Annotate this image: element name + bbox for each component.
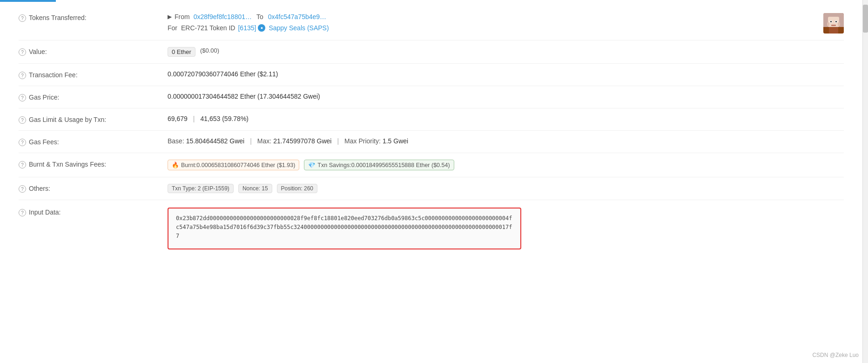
help-icon-gasprice[interactable]: ? — [19, 94, 26, 101]
nonce-label-text: Nonce: — [242, 185, 260, 192]
svg-rect-4 — [830, 21, 832, 22]
separator-2: | — [250, 137, 252, 145]
input-data-label: ? Input Data: — [19, 208, 168, 216]
svg-rect-10 — [829, 27, 838, 34]
separator-3: | — [337, 137, 339, 145]
separator-1: | — [193, 115, 195, 122]
burnt-fees-value: 🔥 Burnt: 0.000658310860774046 Ether ($1.… — [168, 160, 844, 170]
savings-label: Txn Savings: — [317, 162, 351, 168]
gas-price-label: ? Gas Price: — [19, 93, 168, 101]
max-priority-value: 1.5 Gwei — [383, 137, 408, 145]
token-transfer-details: ▶ From 0x28f9ef8fc18801… To 0x4fc547a75b… — [168, 13, 326, 20]
others-value: Txn Type: 2 (EIP-1559) Nonce: 15 Positio… — [168, 184, 844, 193]
main-content: ? Tokens Transferred: ▶ From 0x28f9ef8fc… — [0, 2, 862, 262]
help-icon-gasfees[interactable]: ? — [19, 139, 26, 146]
for-label: For — [168, 24, 177, 32]
token-circle-icon: ● — [258, 24, 265, 32]
position-value-text: 260 — [304, 185, 313, 192]
svg-rect-5 — [835, 21, 837, 22]
gas-fees-value: Base: 15.804644582 Gwei | Max: 21.745997… — [168, 137, 844, 145]
max-priority-label: Max Priority: — [344, 137, 381, 145]
savings-badge: 💎 Txn Savings: 0.000184995655515888 Ethe… — [304, 160, 454, 170]
burnt-badge: 🔥 Burnt: 0.000658310860774046 Ether ($1.… — [168, 160, 299, 170]
scrollbar[interactable] — [862, 0, 868, 363]
help-icon-value[interactable]: ? — [19, 48, 26, 56]
help-icon-gaslimit[interactable]: ? — [19, 116, 26, 124]
help-icon-tokens[interactable]: ? — [19, 14, 26, 22]
svg-rect-8 — [838, 22, 840, 26]
to-label: To — [256, 13, 263, 20]
help-icon-others[interactable]: ? — [19, 185, 26, 193]
gas-fees-row: ? Gas Fees: Base: 15.804644582 Gwei | Ma… — [19, 131, 844, 153]
input-data-value: 0x23b872dd000000000000000000000000028f9e… — [168, 208, 844, 249]
gas-price-row: ? Gas Price: 0.000000017304644582 Ether … — [19, 86, 844, 108]
token-for-row: For ERC-721 Token ID [6135] ● Sappy Seal… — [168, 24, 819, 32]
gas-limit-label: ? Gas Limit & Usage by Txn: — [19, 115, 168, 124]
help-icon-burnt[interactable]: ? — [19, 161, 26, 168]
burnt-label: Burnt: — [181, 162, 196, 168]
from-label: From — [175, 13, 190, 20]
burnt-value: 0.000658310860774046 Ether ($1.93) — [196, 162, 295, 168]
gas-fees-label: ? Gas Fees: — [19, 137, 168, 146]
max-label: Max: — [257, 137, 271, 145]
help-icon-inputdata[interactable]: ? — [19, 209, 26, 216]
usd-value: ($0.00) — [200, 47, 219, 54]
watermark: CSDN @Zeke Luo — [812, 352, 859, 358]
gas-limit-row: ? Gas Limit & Usage by Txn: 69,679 | 41,… — [19, 108, 844, 131]
page-container: ? Tokens Transferred: ▶ From 0x28f9ef8fc… — [0, 0, 868, 363]
ether-badge: 0 Ether — [168, 47, 195, 57]
token-name-link[interactable]: Sappy Seals (SAPS) — [269, 24, 329, 32]
others-label: ? Others: — [19, 184, 168, 193]
value-label: ? Value: — [19, 47, 168, 56]
burnt-fees-row: ? Burnt & Txn Savings Fees: 🔥 Burnt: 0.0… — [19, 153, 844, 177]
nft-svg — [823, 13, 844, 34]
transaction-fee-row: ? Transaction Fee: 0.000720790360774046 … — [19, 64, 844, 86]
token-id-link[interactable]: [6135] — [238, 24, 256, 32]
to-address-link[interactable]: 0x4fc547a75b4e9… — [268, 13, 326, 20]
others-row: ? Others: Txn Type: 2 (EIP-1559) Nonce: … — [19, 177, 844, 200]
base-label: Base: — [168, 137, 184, 145]
burnt-fees-label: ? Burnt & Txn Savings Fees: — [19, 160, 168, 168]
help-icon-txfee[interactable]: ? — [19, 72, 26, 79]
scrollbar-thumb[interactable] — [863, 5, 868, 33]
savings-value: 0.000184995655515888 Ether ($0.54) — [351, 162, 450, 168]
position-badge: Position: 260 — [277, 184, 317, 193]
position-label-text: Position: — [281, 185, 303, 192]
txn-type-label-text: Txn Type: — [172, 185, 196, 192]
svg-rect-7 — [827, 22, 829, 26]
savings-icon: 💎 — [308, 161, 316, 168]
value-content: 0 Ether ($0.00) — [168, 47, 844, 57]
tokens-transferred-label: ? Tokens Transferred: — [19, 13, 168, 22]
svg-rect-6 — [831, 25, 836, 26]
token-standard: ERC-721 Token ID — [181, 24, 235, 32]
nonce-badge: Nonce: 15 — [238, 184, 272, 193]
base-value: 15.804644582 Gwei — [186, 137, 244, 145]
txn-type-badge: Txn Type: 2 (EIP-1559) — [168, 184, 234, 193]
input-data-text: 0x23b872dd000000000000000000000000028f9e… — [176, 215, 512, 239]
input-data-box: 0x23b872dd000000000000000000000000028f9e… — [168, 208, 521, 249]
from-address-link[interactable]: 0x28f9ef8fc18801… — [194, 13, 252, 20]
fire-icon: 🔥 — [172, 161, 179, 168]
arrow-right-icon: ▶ — [168, 13, 172, 20]
txn-type-value-text: 2 (EIP-1559) — [198, 185, 229, 192]
gas-price-value: 0.000000017304644582 Ether (17.304644582… — [168, 93, 844, 100]
value-row: ? Value: 0 Ether ($0.00) — [19, 40, 844, 64]
transaction-fee-value: 0.000720790360774046 Ether ($2.11) — [168, 70, 844, 78]
input-data-row: ? Input Data: 0x23b872dd0000000000000000… — [19, 200, 844, 257]
nonce-value-text: 15 — [262, 185, 268, 192]
tokens-transferred-row: ? Tokens Transferred: ▶ From 0x28f9ef8fc… — [19, 7, 844, 40]
gas-limit-value: 69,679 | 41,653 (59.78%) — [168, 115, 844, 122]
nft-thumbnail — [823, 13, 844, 34]
tokens-transferred-value: ▶ From 0x28f9ef8fc18801… To 0x4fc547a75b… — [168, 13, 819, 32]
nft-image — [823, 13, 844, 34]
max-value: 21.745997078 Gwei — [273, 137, 331, 145]
transaction-fee-label: ? Transaction Fee: — [19, 70, 168, 79]
